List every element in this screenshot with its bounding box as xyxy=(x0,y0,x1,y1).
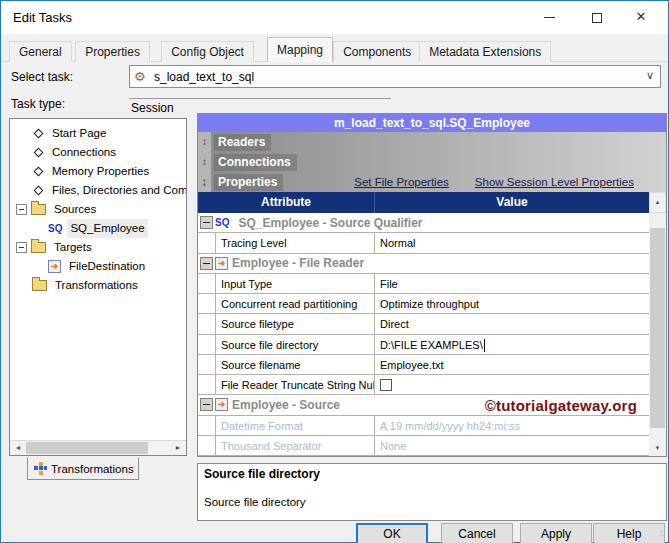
session-gear-icon: ⚙ xyxy=(134,68,150,84)
resize-grip[interactable]: ... xyxy=(660,528,666,540)
row-gutter xyxy=(198,395,215,414)
close-icon[interactable]: ✕ xyxy=(626,5,656,29)
section-properties[interactable]: ↨ Properties Set File Properties Show Se… xyxy=(198,172,666,192)
tree-item-label: SQ_Employee xyxy=(67,219,147,238)
value-column-header: Value xyxy=(374,192,649,213)
collapse-minus-icon[interactable] xyxy=(200,398,213,411)
grid-row-source-filename: Source filenameEmployee.txt xyxy=(198,355,649,375)
tree-item-label: Memory Properties xyxy=(49,162,152,181)
value-cell[interactable]: Normal xyxy=(374,233,649,252)
row-gutter xyxy=(198,233,215,252)
row-gutter xyxy=(198,314,215,333)
collapse-minus-icon[interactable] xyxy=(200,216,213,229)
expand-collapse-icon[interactable]: ↨ xyxy=(198,172,212,192)
section-label: Properties xyxy=(214,174,283,191)
collapse-minus-icon[interactable] xyxy=(200,257,213,270)
tab-properties[interactable]: Properties xyxy=(75,41,150,62)
row-gutter xyxy=(198,335,215,354)
scroll-left-icon[interactable]: ◄ xyxy=(10,441,26,455)
attribute-cell: Source filetype xyxy=(215,314,374,333)
grid-row-input-type: Input TypeFile xyxy=(198,274,649,294)
task-type-label: Task type: xyxy=(11,97,65,111)
section-connections[interactable]: ↕ Connections xyxy=(198,152,666,172)
scroll-down-icon[interactable]: ▼ xyxy=(649,441,666,456)
minimize-icon[interactable] xyxy=(534,5,564,29)
group-label: Employee - Source xyxy=(232,398,340,412)
value-cell[interactable]: A 19 mm/dd/yyyy hh24:mi:ss xyxy=(374,416,649,435)
file-reader-truncate-string-null-checkbox[interactable] xyxy=(380,379,392,391)
tree-item-start-page[interactable]: Start Page xyxy=(10,124,186,143)
scroll-right-icon[interactable]: ► xyxy=(170,441,186,455)
scrollbar-thumb[interactable] xyxy=(26,442,148,454)
tab-general[interactable]: General xyxy=(9,41,72,62)
value-cell[interactable]: Direct xyxy=(374,314,649,333)
value-cell[interactable]: File xyxy=(374,274,649,293)
show-session-level-properties-link[interactable]: Show Session Level Properties xyxy=(475,176,634,188)
select-task-combobox[interactable]: ⚙ s_load_text_to_sql ∨ xyxy=(129,65,661,88)
grid-group-row-employee-source: ➜Employee - Source©tutorialgateway.org xyxy=(198,395,649,415)
attribute-cell: Source file directory xyxy=(215,335,374,354)
tab-mapping[interactable]: Mapping xyxy=(267,37,333,62)
section-readers[interactable]: ↕ Readers xyxy=(198,132,666,152)
value-cell[interactable]: D:\FILE EXAMPLES\ xyxy=(374,335,649,354)
row-gutter xyxy=(198,254,215,273)
maximize-icon[interactable] xyxy=(582,5,612,29)
grid-row-datetime-format: Datetime FormatA 19 mm/dd/yyyy hh24:mi:s… xyxy=(198,416,649,436)
set-file-properties-link[interactable]: Set File Properties xyxy=(354,176,449,188)
tree-item-targets[interactable]: Targets xyxy=(10,238,186,257)
group-label: SQ_Employee - Source Qualifier xyxy=(238,216,422,230)
tree-item-sq-employee[interactable]: SQSQ_Employee xyxy=(10,219,186,238)
expand-collapse-icon[interactable]: ↕ xyxy=(198,132,212,152)
tree-item-files-directories-and-com[interactable]: Files, Directories and Com xyxy=(10,181,186,200)
tree-item-filedestination[interactable]: ➜FileDestination xyxy=(10,257,186,276)
description-text: Source file directory xyxy=(204,496,306,508)
value-cell[interactable]: None xyxy=(374,436,649,455)
select-task-label: Select task: xyxy=(11,70,73,84)
file-target-icon: ➜ xyxy=(48,260,61,273)
watermark-text: ©tutorialgateway.org xyxy=(485,397,637,414)
tree-item-transformations[interactable]: Transformations xyxy=(10,276,186,295)
grid-header: Attribute Value ▲ xyxy=(198,192,666,213)
value-cell[interactable]: Employee.txt xyxy=(374,355,649,374)
tree-item-label: Files, Directories and Com xyxy=(49,181,187,200)
ok-button[interactable]: OK xyxy=(356,523,428,543)
cancel-button[interactable]: Cancel xyxy=(441,523,513,543)
folder-icon xyxy=(31,204,46,215)
scroll-up-icon[interactable]: ▲ xyxy=(649,192,666,213)
text-cursor xyxy=(484,339,485,352)
select-task-value: s_load_text_to_sql xyxy=(154,70,254,84)
tab-config-object[interactable]: Config Object xyxy=(161,41,254,62)
title-bar: Edit Tasks ✕ xyxy=(1,1,668,34)
source-qualifier-icon: SQ xyxy=(215,217,229,228)
row-gutter xyxy=(198,436,215,455)
value-cell[interactable]: Optimize throughput xyxy=(374,294,649,313)
mapping-object-title: m_load_text_to_sql.SQ_Employee xyxy=(198,114,666,132)
attribute-cell: Input Type xyxy=(215,274,374,293)
grid-vertical-scrollbar[interactable]: ▼ xyxy=(649,213,666,456)
file-reader-icon: ➜ xyxy=(215,257,228,270)
tab-metadata-extensions[interactable]: Metadata Extensions xyxy=(419,41,551,62)
diamond-page-icon xyxy=(34,129,44,139)
scrollbar-thumb[interactable] xyxy=(650,228,665,428)
tree-item-sources[interactable]: Sources xyxy=(10,200,186,219)
tree-item-memory-properties[interactable]: Memory Properties xyxy=(10,162,186,181)
help-button[interactable]: Help xyxy=(593,523,665,543)
file-reader-icon: ➜ xyxy=(215,398,228,411)
attribute-cell: Concurrent read partitioning xyxy=(215,294,374,313)
expand-collapse-icon[interactable]: ↕ xyxy=(198,152,212,172)
section-label: Connections xyxy=(214,154,297,171)
attribute-cell: File Reader Truncate String Null xyxy=(215,375,374,394)
value-cell[interactable] xyxy=(374,375,649,394)
tree-horizontal-scrollbar[interactable]: ◄ ► xyxy=(10,440,186,455)
tree-item-label: Connections xyxy=(49,143,119,162)
tree-item-label: Start Page xyxy=(49,124,109,143)
tree-item-connections[interactable]: Connections xyxy=(10,143,186,162)
apply-button[interactable]: Apply xyxy=(520,523,592,543)
tab-strip: GeneralPropertiesConfig ObjectMappingCom… xyxy=(1,37,668,62)
group-label: Employee - File Reader xyxy=(232,256,364,270)
collapse-minus-icon[interactable] xyxy=(16,242,27,253)
chevron-down-icon[interactable]: ∨ xyxy=(646,69,654,82)
tab-components[interactable]: Components xyxy=(333,41,421,62)
tab-transformations[interactable]: Transformations xyxy=(27,457,139,480)
collapse-minus-icon[interactable] xyxy=(16,204,27,215)
